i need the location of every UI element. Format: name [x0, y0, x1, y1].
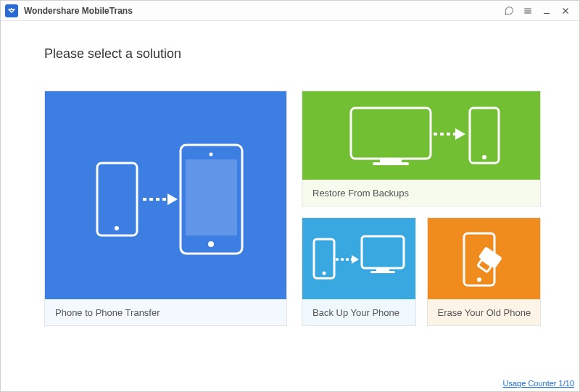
card-phone-to-phone-transfer[interactable]: Phone to Phone Transfer — [44, 91, 287, 326]
svg-point-23 — [322, 272, 326, 275]
transfer-icon — [45, 91, 286, 299]
close-button[interactable] — [556, 3, 575, 19]
right-bottom-row: Back Up Your Phone Erase Your Old Phone — [302, 217, 541, 326]
backup-icon — [302, 218, 415, 299]
svg-point-30 — [477, 278, 481, 282]
card-back-up-your-phone[interactable]: Back Up Your Phone — [302, 217, 416, 326]
restore-icon — [302, 91, 540, 180]
card-label: Phone to Phone Transfer — [45, 299, 286, 325]
svg-point-21 — [482, 155, 486, 159]
menu-button[interactable] — [518, 3, 537, 19]
svg-rect-26 — [362, 236, 404, 268]
svg-rect-12 — [186, 159, 237, 235]
svg-marker-19 — [455, 128, 465, 140]
svg-rect-28 — [370, 271, 395, 273]
card-label: Restore From Backups — [302, 180, 540, 206]
minimize-button[interactable] — [537, 3, 556, 19]
svg-point-8 — [115, 226, 119, 230]
svg-rect-17 — [373, 162, 409, 165]
svg-point-10 — [209, 152, 212, 156]
card-erase-your-old-phone[interactable]: Erase Your Old Phone — [427, 217, 542, 326]
svg-rect-15 — [351, 108, 431, 159]
page-heading: Please select a solution — [44, 46, 536, 62]
svg-marker-14 — [167, 193, 178, 205]
app-logo-icon — [5, 4, 18, 17]
app-title: Wondershare MobileTrans — [24, 6, 133, 16]
usage-counter-link[interactable]: Usage Counter 1/10 — [503, 379, 574, 388]
svg-rect-7 — [97, 163, 137, 235]
card-restore-from-backups[interactable]: Restore From Backups — [302, 91, 541, 207]
svg-rect-27 — [376, 268, 389, 271]
card-label: Back Up Your Phone — [302, 299, 415, 325]
main-content: Please select a solution Phone to Phone … — [1, 21, 579, 326]
feedback-button[interactable] — [500, 3, 518, 19]
svg-rect-20 — [470, 108, 499, 163]
svg-marker-25 — [352, 255, 359, 264]
erase-icon — [428, 218, 541, 299]
titlebar: Wondershare MobileTrans — [1, 1, 579, 21]
card-label: Erase Your Old Phone — [428, 299, 541, 325]
svg-point-0 — [11, 8, 12, 9]
svg-rect-16 — [380, 159, 402, 162]
svg-point-11 — [208, 241, 214, 247]
solutions-grid: Phone to Phone Transfer Restore From Bac… — [44, 91, 536, 326]
